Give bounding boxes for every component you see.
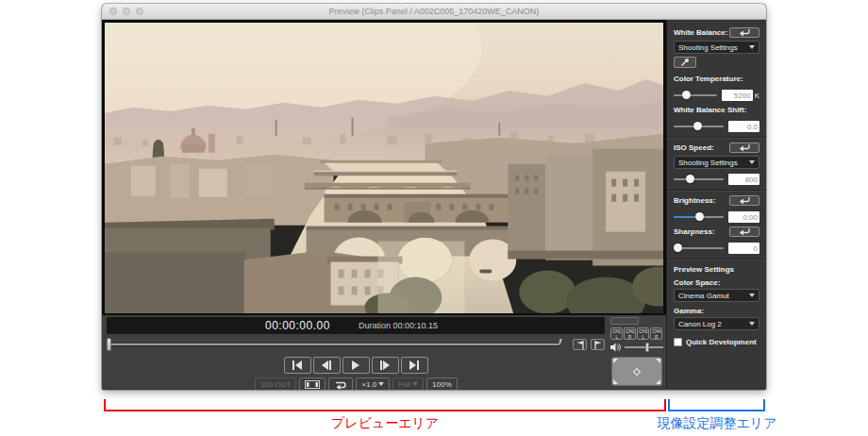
channel-1-button[interactable]: CH1 L — [610, 327, 623, 340]
channel-2-button[interactable]: CH2 R — [624, 327, 636, 340]
title-bar[interactable]: Preview (Clips Panel / A002C005_170420WE… — [102, 4, 766, 20]
window-controls — [109, 8, 143, 15]
sharpness-reset-button[interactable] — [729, 226, 760, 237]
timeline-scrubber[interactable] — [107, 338, 569, 351]
zoom-percent-button[interactable]: 100% — [426, 377, 457, 390]
sharpness-slider-thumb[interactable] — [674, 243, 682, 252]
audio-meter-button[interactable] — [610, 317, 639, 325]
chevron-down-icon — [378, 382, 384, 386]
audio-pan-panel: CH1 L CH2 R CH3 L CH4 R — [609, 317, 664, 390]
color-temperature-slider[interactable] — [674, 94, 717, 96]
white-balance-dropdown[interactable]: Shooting Settings — [674, 41, 760, 54]
close-button[interactable] — [109, 8, 117, 15]
chevron-down-icon — [749, 322, 755, 326]
sharpness-slider[interactable] — [674, 247, 724, 249]
gamma-label: Gamma: — [674, 307, 760, 315]
undo-icon — [739, 227, 750, 236]
white-balance-reset-button[interactable] — [729, 27, 760, 38]
preview-area: 00:00:00.00 Duration 00:00:10.15 — [102, 20, 666, 389]
iso-speed-slider[interactable] — [674, 178, 724, 180]
iso-speed-reset-button[interactable] — [729, 143, 760, 153]
brightness-input[interactable] — [728, 211, 760, 223]
volume-slider-thumb[interactable] — [645, 343, 649, 352]
brightness-slider-thumb[interactable] — [695, 212, 704, 221]
develop-area-bracket — [668, 399, 765, 411]
flag-out-icon — [593, 341, 603, 349]
previous-frame-button[interactable] — [313, 357, 341, 374]
skip-to-end-icon — [409, 361, 420, 370]
iso-speed-dropdown[interactable]: Shooting Settings — [674, 156, 760, 169]
section-divider — [667, 259, 766, 260]
white-balance-shift-label: White Balance Shift: — [674, 106, 746, 114]
chevron-down-icon — [749, 45, 755, 49]
timecode-display: 00:00:00.00 — [265, 319, 330, 332]
timeline-track[interactable] — [107, 344, 559, 345]
window-title: Preview (Clips Panel / A002C005_170420WE… — [102, 7, 766, 16]
navigator-corner-icon — [613, 379, 618, 384]
speed-label: ×1.0 — [361, 380, 376, 389]
white-balance-label: White Balance: — [674, 28, 727, 37]
iso-speed-label: ISO Speed: — [674, 143, 714, 152]
sdi-out-label: SDI OUT — [260, 380, 291, 389]
pan-navigator[interactable] — [611, 357, 662, 386]
preview-settings-heading: Preview Settings — [674, 265, 760, 274]
volume-slider[interactable] — [625, 346, 663, 348]
skip-to-start-icon — [292, 361, 303, 370]
navigator-corner-icon — [656, 359, 660, 363]
gamma-dropdown[interactable]: Canon Log 2 — [674, 317, 760, 330]
preview-window: Preview (Clips Panel / A002C005_170420WE… — [102, 4, 766, 390]
undo-icon — [739, 143, 750, 152]
development-settings-panel: White Balance: Shooting Settings Color T… — [666, 20, 766, 389]
white-balance-shift-slider[interactable] — [674, 126, 724, 127]
navigator-corner-icon — [613, 359, 618, 363]
navigator-center-icon — [632, 368, 640, 376]
timecode-bar: 00:00:00.00 Duration 00:00:10.15 — [107, 317, 605, 334]
display-size-dropdown[interactable]: Full — [392, 377, 424, 390]
letterbox-button[interactable] — [299, 377, 326, 390]
sharpness-input[interactable] — [728, 243, 760, 254]
loop-button[interactable] — [328, 377, 353, 390]
playhead-handle[interactable] — [107, 338, 111, 351]
color-temperature-slider-thumb[interactable] — [682, 91, 691, 99]
color-space-dropdown[interactable]: Cinema Gamut — [674, 289, 760, 302]
brightness-reset-button[interactable] — [729, 195, 760, 206]
iso-speed-input[interactable] — [728, 174, 760, 185]
undo-icon — [739, 28, 750, 37]
audio-channel-buttons: CH1 L CH2 R CH3 L CH4 R — [610, 327, 662, 340]
sharpness-label: Sharpness: — [674, 227, 715, 236]
video-frame[interactable] — [105, 23, 663, 313]
go-to-end-button[interactable] — [401, 357, 428, 374]
zoom-button[interactable] — [136, 8, 143, 15]
playback-speed-dropdown[interactable]: ×1.0 — [356, 377, 390, 390]
develop-area-annotation: 現像設定調整エリア — [640, 415, 794, 432]
go-to-start-button[interactable] — [284, 357, 311, 374]
color-temperature-input[interactable] — [722, 90, 753, 101]
white-balance-shift-input[interactable] — [728, 121, 760, 132]
speaker-icon[interactable] — [610, 343, 621, 352]
quick-development-label: Quick Development — [686, 338, 757, 346]
next-frame-button[interactable] — [372, 357, 399, 374]
sdi-out-button[interactable]: SDI OUT — [255, 377, 296, 390]
duration-display: Duration 00:00:10.15 — [359, 321, 438, 330]
mark-in-button[interactable] — [573, 339, 587, 350]
play-button[interactable] — [342, 357, 370, 374]
timeline-end-tick — [559, 339, 562, 344]
section-divider — [667, 137, 766, 139]
channel-4-button[interactable]: CH4 R — [650, 327, 662, 340]
size-label: Full — [398, 380, 410, 389]
white-balance-shift-slider-thumb[interactable] — [693, 122, 702, 130]
channel-3-button[interactable]: CH3 L — [637, 327, 649, 340]
step-back-icon — [321, 361, 332, 370]
iso-speed-slider-thumb[interactable] — [686, 175, 694, 183]
mark-out-button[interactable] — [591, 339, 605, 350]
section-divider — [667, 190, 766, 192]
minimize-button[interactable] — [123, 8, 130, 15]
loop-icon — [334, 379, 347, 390]
white-balance-eyedropper-button[interactable] — [674, 57, 696, 68]
zoom-percent-label: 100% — [432, 380, 451, 389]
brightness-slider[interactable] — [674, 216, 724, 218]
play-icon — [351, 361, 360, 370]
quick-development-checkbox[interactable] — [674, 338, 682, 346]
video-frame-florence-scene — [105, 23, 663, 313]
flag-in-icon — [576, 341, 585, 349]
